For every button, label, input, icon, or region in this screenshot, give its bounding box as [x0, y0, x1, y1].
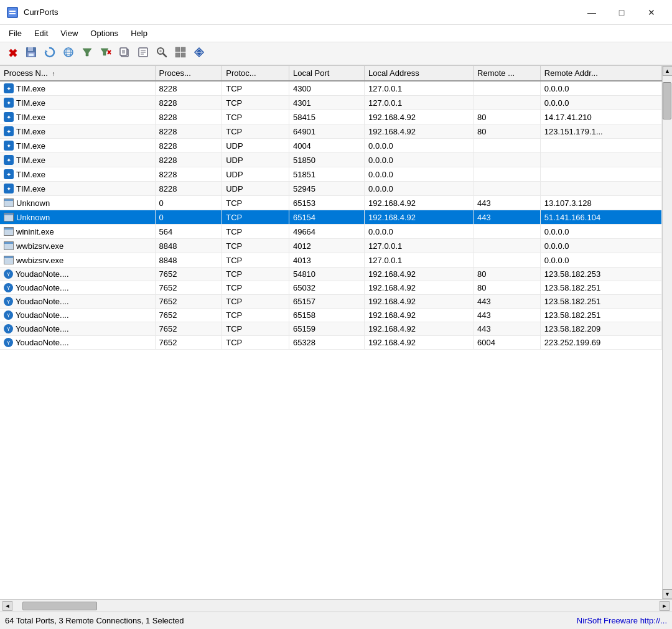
cell-remote-port: 443	[474, 210, 541, 225]
table-row[interactable]: wwbizsrv.exe 8848 TCP 4013 127.0.0.1 0.0…	[0, 253, 662, 268]
cell-protocol: TCP	[222, 322, 289, 336]
menu-edit[interactable]: Edit	[28, 27, 54, 40]
menu-file[interactable]: File	[2, 27, 28, 40]
table-row[interactable]: ✦TIM.exe 8228 TCP 4301 127.0.0.1 0.0.0.0	[0, 96, 662, 110]
about-icon	[194, 47, 205, 60]
cell-protocol: UDP	[222, 153, 289, 167]
scroll-thumb[interactable]	[663, 82, 671, 119]
col-local-port[interactable]: Local Port	[289, 66, 364, 81]
svg-rect-54	[4, 256, 13, 258]
table-row[interactable]: YYoudaoNote.... 7652 TCP 65158 192.168.4…	[0, 309, 662, 322]
cell-protocol: TCP	[222, 336, 289, 350]
vertical-scrollbar[interactable]: ▲ ▼	[662, 66, 672, 599]
cell-local-port: 54810	[289, 268, 364, 281]
cell-protocol: TCP	[222, 239, 289, 253]
save-button[interactable]	[22, 45, 40, 62]
table-row[interactable]: ✦TIM.exe 8228 UDP 51851 0.0.0.0	[0, 167, 662, 182]
cell-process: ✦TIM.exe	[0, 139, 155, 153]
cell-process: ✦TIM.exe	[0, 81, 155, 96]
filter-remove-icon	[100, 47, 111, 60]
table-row[interactable]: YYoudaoNote.... 7652 TCP 54810 192.168.4…	[0, 268, 662, 281]
table-row[interactable]: Unknown 0 TCP 65154 192.168.4.92 443 51.…	[0, 210, 662, 225]
cell-process: wwbizsrv.exe	[0, 239, 155, 253]
cell-protocol: TCP	[222, 225, 289, 239]
search-button[interactable]	[153, 45, 170, 62]
cell-pid: 8848	[155, 253, 222, 268]
tim-icon: ✦	[4, 126, 14, 136]
cell-local-address: 0.0.0.0	[365, 225, 474, 239]
table-body: ✦TIM.exe 8228 TCP 4300 127.0.0.1 0.0.0.0…	[0, 81, 662, 350]
menu-options[interactable]: Options	[84, 27, 124, 40]
cell-local-port: 65032	[289, 281, 364, 295]
table-row[interactable]: ✦TIM.exe 8228 UDP 4004 0.0.0.0	[0, 139, 662, 153]
table-row[interactable]: YYoudaoNote.... 7652 TCP 65328 192.168.4…	[0, 336, 662, 350]
about-button[interactable]	[190, 45, 208, 62]
table-row[interactable]: YYoudaoNote.... 7652 TCP 65157 192.168.4…	[0, 295, 662, 309]
nirsoft-link[interactable]: NirSoft Freeware http://...	[577, 616, 667, 625]
app-icon	[6, 6, 19, 19]
col-protocol[interactable]: Protoc...	[222, 66, 289, 81]
cell-process: YYoudaoNote....	[0, 322, 155, 336]
copy-icon	[119, 47, 130, 60]
cell-local-port: 4300	[289, 81, 364, 96]
grid-button[interactable]	[172, 45, 189, 62]
cell-remote-port: 80	[474, 110, 541, 124]
cell-remote-port	[474, 239, 541, 253]
scroll-up-button[interactable]: ▲	[663, 66, 673, 76]
col-remote-address[interactable]: Remote Addr...	[540, 66, 661, 81]
network-button[interactable]	[60, 45, 77, 62]
svg-rect-34	[181, 53, 185, 57]
youdao-icon: Y	[4, 338, 13, 347]
tim-icon: ✦	[4, 155, 14, 165]
col-process-name[interactable]: Process N... ↑	[0, 66, 155, 81]
cell-protocol: TCP	[222, 210, 289, 225]
copy-button[interactable]	[116, 45, 133, 62]
svg-line-28	[163, 54, 166, 57]
table-row[interactable]: ✦TIM.exe 8228 UDP 52945 0.0.0.0	[0, 182, 662, 196]
filter-button[interactable]	[78, 45, 96, 62]
cell-remote-address	[540, 182, 661, 196]
table-row[interactable]: YYoudaoNote.... 7652 TCP 65159 192.168.4…	[0, 322, 662, 336]
table-scroll-area[interactable]: Process N... ↑ Proces... Protoc... Local…	[0, 66, 662, 599]
refresh-icon	[44, 47, 55, 60]
tim-icon: ✦	[4, 184, 14, 193]
table-row[interactable]: wwbizsrv.exe 8848 TCP 4012 127.0.0.1 0.0…	[0, 239, 662, 253]
table-row[interactable]: ✦TIM.exe 8228 TCP 58415 192.168.4.92 80 …	[0, 110, 662, 124]
table-row[interactable]: ✦TIM.exe 8228 TCP 4300 127.0.0.1 0.0.0.0	[0, 81, 662, 96]
cell-local-address: 192.168.4.92	[365, 336, 474, 350]
close-connections-button[interactable]: ✖	[4, 45, 21, 62]
svg-rect-33	[175, 53, 180, 57]
scroll-down-button[interactable]: ▼	[663, 589, 673, 599]
table-row[interactable]: YYoudaoNote.... 7652 TCP 65032 192.168.4…	[0, 281, 662, 295]
cell-local-port: 4013	[289, 253, 364, 268]
cell-local-address: 192.168.4.92	[365, 124, 474, 139]
col-local-address[interactable]: Local Address	[365, 66, 474, 81]
close-button[interactable]: ✕	[637, 3, 666, 22]
properties-button[interactable]	[134, 45, 152, 62]
cell-protocol: TCP	[222, 196, 289, 210]
col-pid[interactable]: Proces...	[155, 66, 222, 81]
menubar: File Edit View Options Help	[0, 25, 672, 42]
refresh-button[interactable]	[41, 45, 58, 62]
hscroll-thumb[interactable]	[22, 602, 97, 610]
maximize-button[interactable]: □	[607, 3, 636, 22]
menu-help[interactable]: Help	[124, 27, 154, 40]
cell-process: Unknown	[0, 210, 155, 225]
filter-remove-button[interactable]	[97, 45, 114, 62]
col-remote-port[interactable]: Remote ...	[474, 66, 541, 81]
cell-remote-address: 0.0.0.0	[540, 225, 661, 239]
cell-remote-port	[474, 96, 541, 110]
minimize-button[interactable]: —	[577, 3, 606, 22]
table-row[interactable]: Unknown 0 TCP 65153 192.168.4.92 443 13.…	[0, 196, 662, 210]
scroll-left-button[interactable]: ◄	[2, 601, 12, 611]
svg-rect-53	[4, 258, 13, 264]
search-icon	[156, 47, 167, 60]
table-row[interactable]: ✦TIM.exe 8228 TCP 64901 192.168.4.92 80 …	[0, 124, 662, 139]
cell-process: YYoudaoNote....	[0, 281, 155, 295]
horizontal-scrollbar[interactable]: ◄ ►	[0, 599, 672, 612]
table-row[interactable]: ✦TIM.exe 8228 UDP 51850 0.0.0.0	[0, 153, 662, 167]
window-icon	[4, 255, 14, 265]
menu-view[interactable]: View	[54, 27, 84, 40]
table-row[interactable]: wininit.exe 564 TCP 49664 0.0.0.0 0.0.0.…	[0, 225, 662, 239]
scroll-right-button[interactable]: ►	[660, 601, 670, 611]
